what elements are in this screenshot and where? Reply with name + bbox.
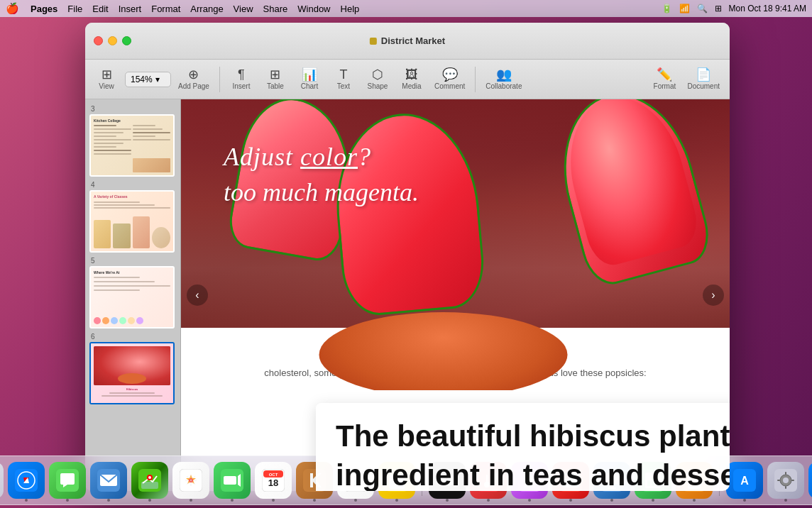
dock-safari[interactable] — [8, 462, 45, 499]
menubar: 🍎 Pages File Edit Insert Format Arrange … — [0, 0, 812, 17]
dock-photos[interactable] — [172, 462, 209, 499]
control-center-icon[interactable]: ⊞ — [715, 4, 722, 13]
document-icon — [370, 38, 377, 45]
page-6-thumbnail: Hibiscus — [89, 342, 175, 404]
svg-point-41 — [349, 480, 352, 482]
app-window: District Market ⊞ View 154% ▾ ⊕ Add Page… — [85, 23, 730, 491]
insert-button[interactable]: ¶ Insert — [226, 62, 257, 96]
thumbnail-page-5[interactable]: 5 Where We're At — [89, 257, 176, 328]
dock-separator-1 — [422, 465, 422, 496]
text-icon: T — [339, 68, 347, 81]
maximize-button[interactable] — [122, 36, 131, 45]
menu-insert[interactable]: Insert — [119, 4, 142, 14]
format-button[interactable]: ✏️ Format — [649, 62, 680, 96]
calendar-icon: OCT 18 — [262, 469, 285, 492]
thumbnail-page-4[interactable]: 4 A Variety of Classes — [89, 181, 176, 253]
dock-keynote[interactable] — [593, 462, 630, 499]
add-page-button[interactable]: ⊕ Add Page — [174, 62, 214, 96]
shape-button[interactable]: ⬡ Shape — [362, 62, 393, 96]
svg-rect-54 — [486, 475, 488, 485]
sidebar-thumbnails: 3 Kitchen College — [85, 99, 181, 491]
svg-rect-63 — [564, 475, 569, 479]
dock-messages[interactable] — [49, 462, 86, 499]
menu-edit[interactable]: Edit — [92, 4, 108, 14]
dock-mail[interactable] — [90, 462, 127, 499]
thumb5-title: Where We're At — [94, 270, 170, 275]
dock-appletv[interactable] — [429, 462, 466, 499]
image-line1: Adjust color? — [224, 142, 419, 172]
dock-facetime[interactable] — [214, 462, 251, 499]
collaborate-icon: 👥 — [496, 68, 512, 81]
dock-keka[interactable] — [296, 462, 333, 499]
document-button[interactable]: 📄 Document — [683, 62, 724, 96]
zoom-control[interactable]: 154% ▾ — [125, 72, 171, 87]
comment-button[interactable]: 💬 Comment — [430, 62, 469, 96]
photos-icon — [180, 469, 202, 492]
keynote-icon — [600, 469, 623, 492]
apple-menu[interactable]: 🍎 — [6, 2, 19, 15]
main-content: 3 Kitchen College — [85, 99, 730, 491]
svg-point-43 — [349, 484, 352, 487]
appletv-icon — [436, 469, 459, 492]
table-button[interactable]: ⊞ Table — [260, 62, 291, 96]
dock-reminders[interactable] — [337, 462, 374, 499]
music-icon — [477, 469, 500, 492]
menu-pages[interactable]: Pages — [31, 4, 57, 14]
dock-maps[interactable] — [131, 462, 168, 499]
comment-icon: 💬 — [442, 68, 458, 81]
svg-point-83 — [783, 477, 789, 483]
image-line2: too much magenta. — [224, 177, 419, 207]
prev-page-arrow[interactable]: ‹ — [187, 285, 208, 306]
chevron-down-icon: ▾ — [155, 74, 160, 84]
messages-icon — [56, 469, 79, 492]
dock-podcasts[interactable] — [511, 462, 548, 499]
page-5-thumbnail: Where We're At — [89, 266, 175, 328]
dock-system-preferences[interactable] — [767, 462, 804, 499]
svg-rect-78 — [690, 484, 693, 487]
search-icon[interactable]: 🔍 — [697, 4, 708, 13]
dock-launchpad[interactable] — [0, 462, 4, 499]
media-button[interactable]: 🖼 Media — [396, 62, 427, 96]
dock-numbers[interactable] — [635, 462, 671, 499]
chart-button[interactable]: 📊 Chart — [294, 62, 325, 96]
menu-arrange[interactable]: Arrange — [190, 4, 223, 14]
next-page-arrow[interactable]: › — [703, 285, 724, 306]
close-button[interactable] — [94, 36, 103, 45]
chart-icon: 📊 — [302, 68, 317, 81]
window-title: District Market — [370, 35, 445, 46]
add-page-icon: ⊕ — [188, 68, 199, 81]
svg-point-27 — [148, 476, 151, 479]
menu-view[interactable]: View — [234, 4, 253, 14]
thumbnail-page-6[interactable]: 6 Hibiscus — [89, 333, 176, 404]
menubar-right: 🔋 📶 🔍 ⊞ Mon Oct 18 9:41 AM — [662, 4, 806, 13]
text-button[interactable]: T Text — [328, 62, 359, 96]
page-number-3: 3 — [89, 105, 176, 113]
menu-window[interactable]: Window — [297, 4, 330, 14]
menu-help[interactable]: Help — [341, 4, 360, 14]
minimize-button[interactable] — [108, 36, 117, 45]
svg-rect-52 — [477, 469, 500, 492]
battery-icon: 🔋 — [662, 4, 672, 13]
dock-pages[interactable] — [676, 462, 713, 499]
dock-music[interactable] — [470, 462, 507, 499]
dock-appstore[interactable]: A — [726, 462, 763, 499]
collaborate-button[interactable]: 👥 Collaborate — [481, 62, 526, 96]
canvas-area[interactable]: Adjust color? too much magenta. ‹ › Hibi… — [181, 99, 730, 491]
toolbar-separator-1 — [219, 67, 220, 92]
view-button[interactable]: ⊞ View — [91, 62, 122, 96]
dock-calendar[interactable]: OCT 18 — [255, 462, 292, 499]
dock-notes[interactable] — [378, 462, 415, 499]
dock-screentime[interactable] — [808, 462, 812, 499]
page-number-4: 4 — [89, 181, 176, 189]
keka-icon — [303, 469, 326, 492]
menu-share[interactable]: Share — [263, 4, 288, 14]
page-3-thumbnail: Kitchen College — [89, 114, 175, 177]
svg-rect-31 — [224, 476, 236, 485]
menu-format[interactable]: Format — [151, 4, 180, 14]
thumbnail-page-3[interactable]: 3 Kitchen College — [89, 105, 176, 177]
toolbar: ⊞ View 154% ▾ ⊕ Add Page ¶ Insert ⊞ Tabl… — [85, 60, 730, 99]
dock-news[interactable] — [552, 462, 589, 499]
thumb6-page-title: Hibiscus — [126, 387, 138, 391]
page-number-5: 5 — [89, 257, 176, 265]
menu-file[interactable]: File — [67, 4, 82, 14]
